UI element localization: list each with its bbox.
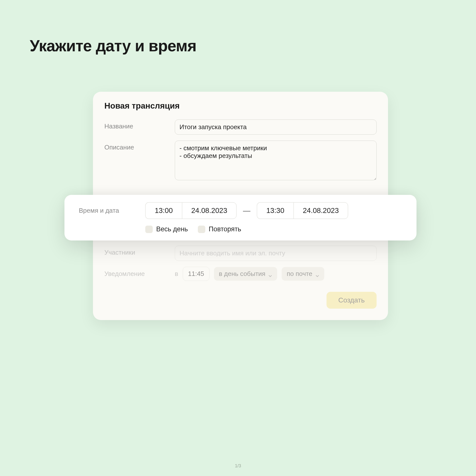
participants-input[interactable]	[175, 246, 377, 261]
modal-title: Новая трансляция	[104, 101, 377, 111]
end-date-input[interactable]	[294, 202, 348, 219]
chevron-down-icon	[315, 272, 319, 276]
repeat-label: Повторять	[209, 225, 241, 233]
notification-at-text: в	[175, 270, 178, 278]
datetime-label: Время и дата	[79, 207, 145, 214]
repeat-checkbox-item[interactable]: Повторять	[198, 225, 241, 233]
allday-label: Весь день	[156, 225, 188, 233]
datetime-dash: —	[243, 207, 250, 215]
notification-when-label: в день события	[219, 270, 266, 278]
page-title: Укажите дату и время	[30, 37, 196, 55]
modal-footer: Создать	[104, 292, 377, 309]
page-counter: 1/3	[235, 463, 241, 469]
name-input[interactable]	[175, 119, 377, 135]
notification-how-label: по почте	[287, 270, 312, 278]
name-row: Название	[104, 119, 377, 135]
chevron-down-icon	[268, 272, 272, 276]
notification-how-select[interactable]: по почте	[282, 267, 324, 281]
start-time-input[interactable]	[145, 202, 182, 219]
description-textarea[interactable]: - смотрим ключевые метрики - обсуждаем р…	[175, 141, 377, 180]
description-row: Описание - смотрим ключевые метрики - об…	[104, 141, 377, 181]
name-label: Название	[104, 119, 175, 130]
allday-checkbox-item[interactable]: Весь день	[145, 225, 188, 233]
notification-row: Уведомление в в день события по почте	[104, 267, 377, 281]
notification-when-select[interactable]: в день события	[214, 267, 277, 281]
description-label: Описание	[104, 141, 175, 151]
participants-label: Участники	[104, 246, 175, 256]
end-time-input[interactable]	[257, 202, 294, 219]
repeat-checkbox[interactable]	[198, 226, 205, 233]
start-date-input[interactable]	[182, 202, 237, 219]
participants-row: Участники	[104, 246, 377, 261]
notification-label: Уведомление	[104, 270, 175, 278]
create-button[interactable]: Создать	[327, 292, 377, 309]
lower-dimmed-section: Участники Уведомление в в день события п…	[104, 246, 377, 309]
allday-checkbox[interactable]	[145, 226, 153, 233]
datetime-section: Время и дата — Весь день Повторять	[64, 195, 416, 240]
notification-time-input[interactable]	[183, 267, 209, 281]
